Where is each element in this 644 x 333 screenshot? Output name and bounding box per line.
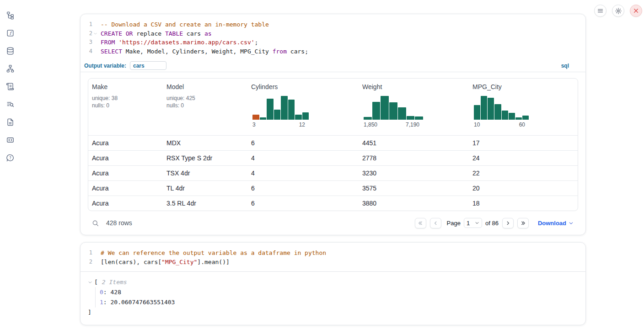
page-label: Page	[447, 220, 461, 227]
chevron-left-icon	[433, 220, 439, 226]
histogram-axis: 1,850 7,190	[364, 122, 423, 128]
close-icon	[633, 8, 639, 14]
column-header-weight[interactable]: Weight 1,850 7,190	[359, 79, 469, 135]
code-token: cars	[183, 30, 204, 37]
sidebar-logs-button[interactable]	[5, 99, 15, 109]
column-header-mpg-city[interactable]: MPG_City 10 60	[469, 79, 578, 135]
shutdown-button[interactable]	[630, 5, 642, 17]
database-icon	[6, 47, 15, 55]
sidebar-datasources-button[interactable]	[5, 46, 15, 56]
column-label: MPG_City	[472, 83, 578, 90]
table-row[interactable]: AcuraTSX 4dr4323022	[88, 165, 578, 180]
fold-chevron-icon[interactable]	[92, 29, 98, 38]
axis-min-label: 3	[252, 122, 256, 128]
histogram-axis: 10 60	[474, 122, 529, 128]
table-row[interactable]: AcuraTL 4dr6357520	[88, 180, 578, 196]
table-cell: 4	[247, 154, 359, 162]
prev-page-button[interactable]	[430, 218, 441, 228]
menu-button[interactable]	[594, 5, 606, 17]
table-header: Make unique: 38 nulls: 0 Model unique: 4…	[88, 79, 578, 135]
entry-separator: :	[103, 299, 111, 306]
code-text: -- Download a CSV and create an in-memor…	[101, 20, 269, 29]
table-cell: 6	[247, 185, 359, 192]
sidebar-file-explorer-button[interactable]	[5, 10, 15, 20]
chevron-right-icon	[505, 220, 511, 226]
code-token: # We can reference the output variable a…	[101, 249, 326, 256]
column-label: Make	[92, 83, 163, 90]
chevron-down-icon	[475, 221, 479, 225]
search-icon[interactable]	[91, 219, 99, 227]
code-line: 2 [len(cars), cars["MPG_City"].mean()]	[80, 258, 585, 267]
histogram-bar	[474, 105, 480, 120]
column-header-model[interactable]: Model unique: 425 nulls: 0	[163, 79, 247, 135]
page-select[interactable]: 1	[464, 218, 482, 228]
code-token: from	[273, 48, 287, 55]
histogram-bar	[274, 110, 281, 120]
output-variable-input[interactable]	[130, 61, 166, 70]
code-token: TABLE	[165, 30, 183, 37]
code-token: "MPG_City"	[161, 259, 197, 265]
mpg-city-histogram	[474, 96, 529, 120]
sidebar: f ?	[0, 0, 20, 333]
table-cell: Acura	[88, 185, 163, 192]
table-footer: 428 rows Page 1 of 86 Download	[88, 211, 578, 235]
entry-separator: :	[103, 289, 111, 296]
table-cell: 3.5 RL 4dr	[163, 200, 247, 207]
python-cell: 1 # We can reference the output variable…	[80, 242, 586, 325]
axis-min-label: 10	[474, 122, 480, 128]
axis-min-label: 1,850	[364, 122, 377, 128]
language-badge: sql	[561, 63, 569, 69]
next-page-button[interactable]	[502, 218, 514, 228]
sidebar-documentation-button[interactable]	[5, 117, 15, 127]
sidebar-dependency-graph-button[interactable]	[5, 63, 15, 74]
first-page-button[interactable]	[415, 218, 426, 228]
sidebar-scratchpad-button[interactable]	[5, 81, 15, 91]
code-token: [len(cars), cars[	[101, 259, 161, 265]
scroll-icon	[6, 82, 15, 91]
tree-header[interactable]: [ 2 Items	[88, 277, 578, 287]
python-output-tree: [ 2 Items 0: 428 1: 20.060747663551403 ]	[80, 272, 585, 323]
download-button[interactable]: Download	[538, 220, 574, 227]
column-header-cylinders[interactable]: Cylinders 3 12	[247, 79, 359, 135]
collapse-chevron-icon[interactable]	[88, 280, 93, 285]
table-cell: 20	[469, 185, 578, 192]
histogram-bar	[260, 117, 267, 120]
histogram-bar	[515, 117, 522, 120]
table-row[interactable]: AcuraMDX6445117	[88, 135, 578, 150]
sql-code-editor[interactable]: 1 -- Download a CSV and create an in-mem…	[80, 14, 585, 59]
histogram-bar	[389, 102, 397, 120]
entry-value: 20.060747663551403	[110, 299, 175, 306]
settings-button[interactable]	[612, 5, 624, 17]
open-bracket: [	[94, 277, 98, 287]
network-graph-icon	[6, 64, 15, 73]
column-header-make[interactable]: Make unique: 38 nulls: 0	[88, 79, 163, 135]
code-line: 1 # We can reference the output variable…	[80, 248, 585, 258]
sidebar-help-button[interactable]: ?	[5, 153, 15, 163]
code-token: ].mean()]	[197, 259, 229, 265]
histogram-bar	[381, 96, 389, 120]
code-line: 3 FROM 'https://datasets.marimo.app/cars…	[80, 38, 585, 47]
line-number: 1	[80, 20, 92, 29]
histogram-bar	[407, 116, 415, 120]
histogram-axis: 3 12	[252, 122, 309, 128]
histogram-bar	[364, 117, 372, 120]
gear-icon	[615, 7, 622, 15]
weight-histogram	[364, 96, 423, 120]
table-row[interactable]: AcuraRSX Type S 2dr4277824	[88, 150, 578, 165]
sidebar-helper-functions-button[interactable]: f	[5, 28, 15, 38]
items-count-label: 2 Items	[102, 277, 127, 287]
axis-max-label: 60	[519, 122, 525, 128]
page-total-label: of 86	[485, 220, 499, 227]
line-number: 1	[80, 248, 92, 258]
code-line: 2 CREATE OR replace TABLE cars as	[80, 29, 585, 38]
entry-index: 1	[100, 299, 103, 306]
table-body: AcuraMDX6445117AcuraRSX Type S 2dr427782…	[88, 135, 578, 211]
svg-text:f: f	[9, 31, 12, 36]
output-variable-row: Output variable: sql	[80, 59, 585, 72]
code-token: cars;	[287, 48, 308, 55]
python-code-editor[interactable]: 1 # We can reference the output variable…	[80, 243, 585, 272]
sidebar-snippets-button[interactable]	[5, 135, 15, 145]
table-cell: 3575	[359, 185, 469, 192]
table-row[interactable]: Acura3.5 RL 4dr6388018	[88, 196, 578, 211]
last-page-button[interactable]	[517, 218, 529, 228]
